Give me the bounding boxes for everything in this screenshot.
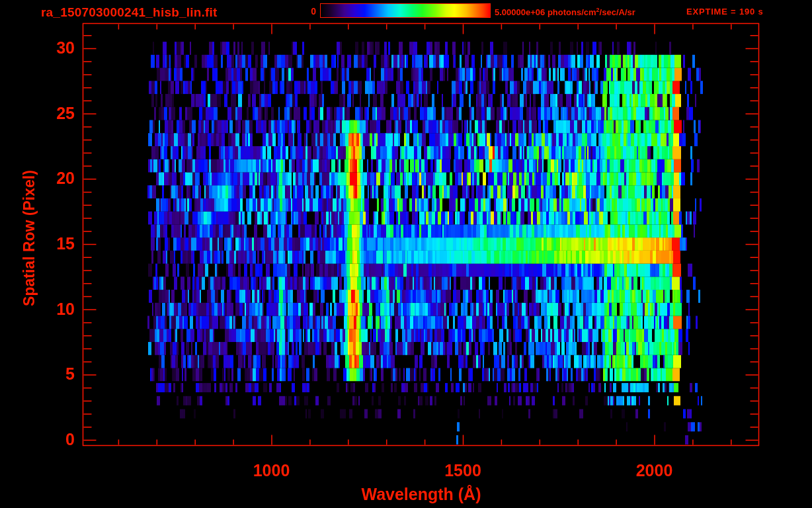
spectrogram-canvas: [0, 0, 812, 508]
spectrogram-viewer-window: ra_150703000241_hisb_lin.fit 0 5.00000e+…: [0, 0, 812, 508]
